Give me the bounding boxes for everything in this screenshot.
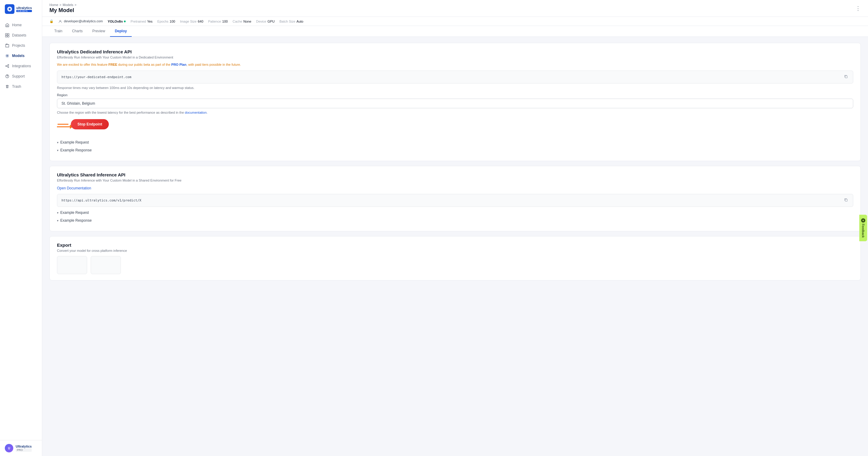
model-meta-bar: 🔒 developer@ultralytics.com YOLOv8n Pret… [42,17,868,26]
svg-point-7 [8,64,9,66]
sidebar-item-models[interactable]: Models [0,51,42,61]
sidebar-item-support-label: Support [12,74,25,78]
main-content: Home > Models > My Model ⋮ 🔒 developer@u… [42,0,868,456]
svg-point-8 [8,67,9,68]
sidebar-item-trash[interactable]: Trash [0,81,42,92]
svg-point-6 [6,65,7,67]
export-formats [57,256,853,274]
breadcrumb-sep1: > [59,3,61,7]
copy-dedicated-url-button[interactable] [843,74,849,80]
meta-patience: Patience 100 [208,20,228,23]
shared-api-title: Ultralytics Shared Inference API [57,172,853,177]
meta-epochs: Epochs 100 [157,20,175,23]
shared-api-subtitle: Effortlessly Run Inference with Your Cus… [57,178,853,182]
dedicated-api-card: Ultralytics Dedicated Inference API Effo… [50,43,861,161]
dedicated-api-title: Ultralytics Dedicated Inference API [57,49,853,54]
meta-pretrained: Pretrained Yes [130,20,153,23]
svg-rect-1 [5,33,7,35]
sidebar-footer: U Ultralytics PRO [0,440,42,456]
sidebar-item-projects[interactable]: Projects [0,40,42,51]
region-note: Choose the region with the lowest latenc… [57,111,853,114]
svg-rect-13 [845,199,847,201]
documentation-link[interactable]: documentation [185,111,207,114]
integrations-icon [5,64,10,68]
stop-endpoint-button[interactable]: Stop Endpoint [71,119,109,130]
avatar: U [5,444,13,452]
feedback-button[interactable]: ✦ Feedback [859,215,867,241]
sidebar-item-integrations-label: Integrations [12,64,31,68]
meta-image-size: Image Size 640 [180,20,203,23]
footer-info: Ultralytics PRO [16,445,32,452]
trash-icon [5,84,10,89]
pro-plan-link[interactable]: PRO Plan [171,63,186,66]
svg-rect-3 [5,36,7,37]
response-note: Response times may vary between 100ms an… [57,86,853,90]
copy-shared-url-button[interactable] [843,197,849,204]
export-format-item[interactable] [91,256,121,274]
orange-arrow-line [57,126,70,127]
svg-rect-2 [7,33,9,35]
footer-plan: PRO [16,448,32,452]
sidebar-item-models-label: Models [12,54,24,58]
logo: ultralytics HUB BETA [0,0,42,18]
topbar: Home > Models > My Model ⋮ [42,0,868,17]
shared-api-url: https://api.ultralytics.com/v1/predict/X [61,198,141,202]
content-area: Ultralytics Dedicated Inference API Effo… [42,37,868,456]
datasets-icon [5,33,10,38]
export-subtitle: Convert your model for cross platform in… [57,249,853,252]
sidebar-item-trash-label: Trash [12,84,21,89]
tab-deploy[interactable]: Deploy [110,26,132,37]
region-select[interactable]: St. Ghislain, Belgium [57,98,853,108]
sidebar-nav: Home Datasets Projects Models Integratio… [0,18,42,440]
meta-device: Device GPU [256,20,275,23]
svg-rect-12 [845,76,847,78]
breadcrumb: Home > Models > [50,3,76,7]
sidebar-item-support[interactable]: Support [0,71,42,81]
support-icon [5,74,10,79]
feedback-icon: ✦ [861,218,865,223]
shared-api-card: Ultralytics Shared Inference API Effortl… [50,166,861,231]
stop-endpoint-row: Stop Endpoint [57,119,853,134]
arrow-indicator [57,126,70,127]
logo-title: ultralytics [16,6,32,10]
export-card: Export Convert your model for cross plat… [50,236,861,281]
models-icon [5,53,10,58]
projects-icon [5,43,10,48]
breadcrumb-home[interactable]: Home [50,3,58,7]
open-documentation-link[interactable]: Open Documentation [57,186,91,190]
region-label: Region [57,93,853,97]
promo-text: We are excited to offer this feature FRE… [57,63,853,66]
shared-api-url-box: https://api.ultralytics.com/v1/predict/X [57,194,853,207]
logo-text: ultralytics HUB BETA [16,6,32,12]
tab-train[interactable]: Train [50,26,67,37]
sidebar-item-projects-label: Projects [12,44,25,48]
home-icon [5,23,10,27]
sidebar-item-home-label: Home [12,23,22,27]
svg-point-5 [7,55,8,56]
example-request-toggle-dedicated[interactable]: Example Request [57,139,89,146]
sidebar-item-home[interactable]: Home [0,20,42,30]
sidebar-item-datasets[interactable]: Datasets [0,30,42,40]
example-response-toggle-dedicated[interactable]: Example Response [57,147,92,153]
sidebar-item-datasets-label: Datasets [12,33,26,37]
meta-email: developer@ultralytics.com [59,19,103,23]
example-request-toggle-shared[interactable]: Example Request [57,209,89,216]
footer-username: Ultralytics [16,445,32,448]
example-response-toggle-shared[interactable]: Example Response [57,217,92,224]
three-dots-menu[interactable]: ⋮ [855,5,861,12]
tab-preview[interactable]: Preview [87,26,110,37]
export-title: Export [57,243,853,248]
dedicated-api-subtitle: Effortlessly Run Inference with Your Cus… [57,56,853,59]
lock-icon: 🔒 [50,19,54,23]
tab-charts[interactable]: Charts [67,26,87,37]
meta-batch-size: Batch Size Auto [279,20,303,23]
logo-subtitle: HUB BETA [16,10,32,12]
dedicated-endpoint-url: https://your-dedicated-endpoint.com [61,75,131,79]
model-status-dot [124,21,126,22]
breadcrumb-models[interactable]: Models [63,3,73,7]
export-format-item[interactable] [57,256,87,274]
sidebar-item-integrations[interactable]: Integrations [0,61,42,71]
svg-rect-4 [7,36,9,37]
breadcrumb-sep2: > [74,3,76,7]
topbar-left: Home > Models > My Model [50,3,76,13]
